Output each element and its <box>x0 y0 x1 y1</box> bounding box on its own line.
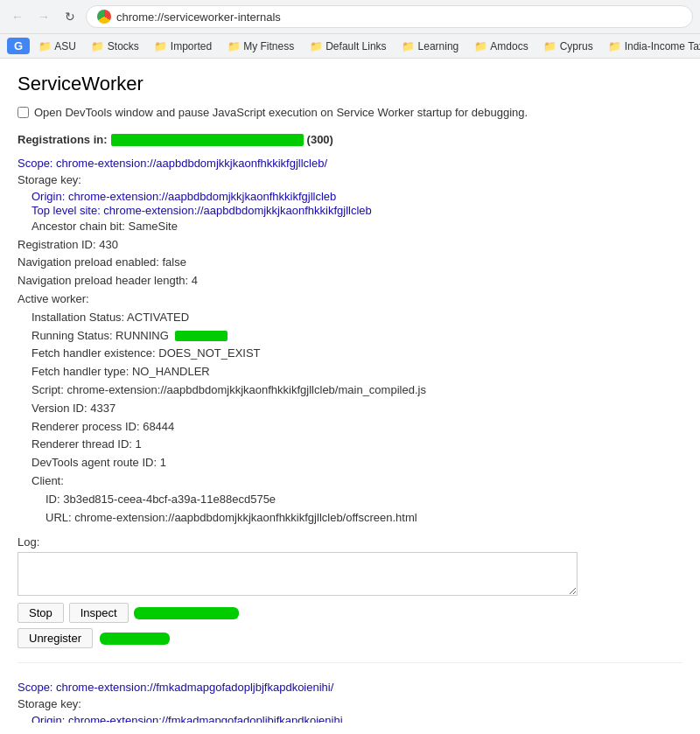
address-bar[interactable]: chrome://serviceworker-internals <box>86 5 693 28</box>
unregister-row: Unregister <box>18 628 682 648</box>
folder-icon: 📁 <box>310 40 322 52</box>
folder-icon: 📁 <box>155 40 167 52</box>
page-content: ServiceWorker Open DevTools window and p… <box>0 59 700 723</box>
folder-icon: 📁 <box>228 40 240 52</box>
toolbar: ← → ↻ chrome://serviceworker-internals <box>0 0 700 33</box>
inspect-button[interactable]: Inspect <box>69 603 129 623</box>
storage-key-label: Storage key: <box>18 171 682 190</box>
debug-checkbox-row: Open DevTools window and pause JavaScrip… <box>18 106 682 119</box>
green-squiggle-1 <box>134 607 239 619</box>
fetch-handler-type: Fetch handler type: NO_HANDLER <box>18 363 682 381</box>
bookmarks-bar: G 📁 ASU 📁 Stocks 📁 Imported 📁 My Fitness… <box>0 33 700 58</box>
bookmark-learning[interactable]: 📁 Learning <box>396 38 466 54</box>
folder-icon: 📁 <box>474 40 486 52</box>
bookmark-learning-label: Learning <box>418 40 459 52</box>
bookmark-imported-label: Imported <box>171 40 212 52</box>
folder-icon: 📁 <box>544 40 556 52</box>
bookmark-defaultlinks-label: Default Links <box>326 40 386 52</box>
redacted-url <box>111 134 304 146</box>
bookmark-asu[interactable]: 📁 ASU <box>32 38 83 54</box>
devtools-route-id: DevTools agent route ID: 1 <box>18 454 682 472</box>
ancestor-chain-bit: Ancestor chain bit: SameSite <box>18 218 682 236</box>
bookmark-myfitness[interactable]: 📁 My Fitness <box>220 38 301 54</box>
storage-key-origin-link[interactable]: Origin: chrome-extension://aapbdbdomjkkj… <box>18 190 682 203</box>
green-squiggle-2 <box>100 633 170 645</box>
scope-link[interactable]: Scope: chrome-extension://aapbdbdomjkkjk… <box>18 157 682 170</box>
bookmark-india-label: India-Income Tax <box>625 40 700 52</box>
bookmark-stocks-label: Stocks <box>108 40 139 52</box>
log-section: Log: <box>18 534 682 596</box>
running-status-badge <box>175 331 228 341</box>
bookmark-india[interactable]: 📁 India-Income Tax <box>602 38 700 54</box>
bookmark-myfitness-label: My Fitness <box>243 40 294 52</box>
running-status-text: Running Status: RUNNING <box>32 329 169 342</box>
folder-icon: 📁 <box>402 40 415 52</box>
bookmark-amdocs[interactable]: 📁 Amdocs <box>467 38 535 54</box>
scope-link-2[interactable]: Scope: chrome-extension://fmkadmapgofado… <box>18 681 682 694</box>
client-id: ID: 3b3ed815-ceea-4bcf-a39a-11e88ecd575e <box>18 491 682 509</box>
installation-status: Installation Status: ACTIVATED <box>18 309 682 327</box>
browser-chrome: ← → ↻ chrome://serviceworker-internals G… <box>0 0 700 59</box>
client-label: Client: <box>18 472 682 491</box>
bookmark-imported[interactable]: 📁 Imported <box>148 38 219 54</box>
button-row: Stop Inspect <box>18 603 682 623</box>
running-status: Running Status: RUNNING <box>18 327 682 346</box>
fetch-handler-existence: Fetch handler existence: DOES_NOT_EXIST <box>18 345 682 363</box>
folder-icon: 📁 <box>38 40 51 52</box>
bookmark-stocks[interactable]: 📁 Stocks <box>85 38 146 54</box>
unregister-button[interactable]: Unregister <box>18 628 93 648</box>
renderer-thread-id: Renderer thread ID: 1 <box>18 436 682 454</box>
back-button[interactable]: ← <box>7 6 28 27</box>
bookmark-cyprus-label: Cyprus <box>560 40 593 52</box>
folder-icon: 📁 <box>92 40 104 52</box>
storage-key-label-2: Storage key: <box>18 696 682 714</box>
bookmark-amdocs-label: Amdocs <box>490 40 528 52</box>
bookmark-g[interactable]: G <box>7 38 30 54</box>
script: Script: chrome-extension://aapbdbdomjkkj… <box>18 381 682 400</box>
registrations-header: Registrations in: (300) <box>18 133 682 146</box>
forward-button[interactable]: → <box>33 6 54 27</box>
nav-preload-header: Navigation preload header length: 4 <box>18 272 682 290</box>
debug-label: Open DevTools window and pause JavaScrip… <box>34 106 528 119</box>
registration-block-2: Scope: chrome-extension://fmkadmapgofado… <box>18 681 682 723</box>
stop-button[interactable]: Stop <box>18 603 64 623</box>
bookmark-cyprus[interactable]: 📁 Cyprus <box>537 38 600 54</box>
folder-icon: 📁 <box>609 40 621 52</box>
page-title: ServiceWorker <box>18 73 682 95</box>
nav-preload-enabled: Navigation preload enabled: false <box>18 254 682 272</box>
chrome-logo-icon <box>97 10 111 24</box>
client-url: URL: chrome-extension://aapbdbdomjkkjkao… <box>18 509 682 528</box>
registration-id: Registration ID: 430 <box>18 236 682 255</box>
log-textarea[interactable] <box>18 552 578 596</box>
storage-key-toplevel-link[interactable]: Top level site: chrome-extension://aapbd… <box>18 204 682 217</box>
active-worker-label: Active worker: <box>18 290 682 309</box>
bookmark-g-label: G <box>14 39 23 52</box>
version-id: Version ID: 4337 <box>18 400 682 418</box>
registration-block: Scope: chrome-extension://aapbdbdomjkkjk… <box>18 157 682 663</box>
renderer-process-id: Renderer process ID: 68444 <box>18 418 682 437</box>
bookmark-asu-label: ASU <box>54 40 76 52</box>
registrations-label: Registrations in: <box>18 133 108 146</box>
url-text: chrome://serviceworker-internals <box>116 10 682 24</box>
debug-checkbox[interactable] <box>18 107 29 118</box>
bookmark-defaultlinks[interactable]: 📁 Default Links <box>303 38 393 54</box>
log-label: Log: <box>18 534 682 552</box>
reload-button[interactable]: ↻ <box>60 6 80 27</box>
registrations-count: (300) <box>307 133 333 146</box>
storage-key-origin-link-2[interactable]: Origin: chrome-extension://fmkadmapgofad… <box>18 714 682 723</box>
